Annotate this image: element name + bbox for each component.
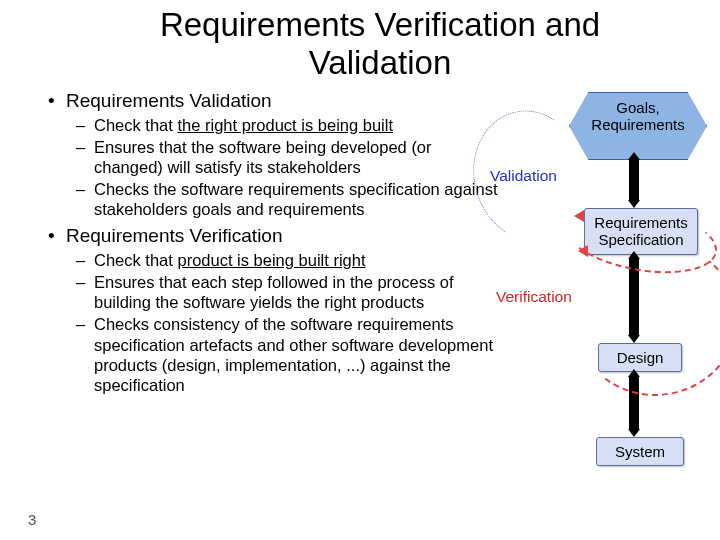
bullet: Check that product is being built right: [94, 250, 500, 270]
verification-arc-icon: [568, 235, 720, 403]
bullet: Ensures that each step followed in the p…: [94, 272, 500, 312]
system-box: System: [596, 437, 684, 466]
section-heading: Requirements Verification: [66, 225, 500, 248]
arrowhead-icon: [574, 210, 586, 222]
goals-text-line1: Goals,: [616, 99, 659, 116]
slide-body: Requirements Validation Check that the r…: [0, 90, 530, 395]
bullet: Checks the software requirements specifi…: [94, 179, 500, 219]
section-heading: Requirements Validation: [66, 90, 500, 113]
goals-hexagon: Goals, Requirements: [569, 92, 707, 160]
bullet: Check that the right product is being bu…: [94, 115, 500, 135]
emphasis: the right product is being built: [177, 116, 393, 134]
text: Check that: [94, 116, 177, 134]
arrowhead-icon: [578, 245, 590, 257]
svg-marker-1: [578, 245, 588, 257]
bullet: Checks consistency of the software requi…: [94, 314, 500, 395]
goals-text-line2: Requirements: [591, 116, 684, 133]
arrow-bar-icon: [629, 160, 639, 200]
emphasis: product is being built right: [177, 251, 365, 269]
slide-title: Requirements Verification and Validation: [0, 6, 720, 82]
page-number: 3: [28, 511, 36, 528]
text: Check that: [94, 251, 177, 269]
diagram: Goals, Requirements Requirements Specifi…: [514, 92, 714, 472]
verification-label: Verification: [496, 288, 572, 306]
bullet: Ensures that the software being develope…: [94, 137, 500, 177]
svg-marker-0: [574, 210, 584, 222]
